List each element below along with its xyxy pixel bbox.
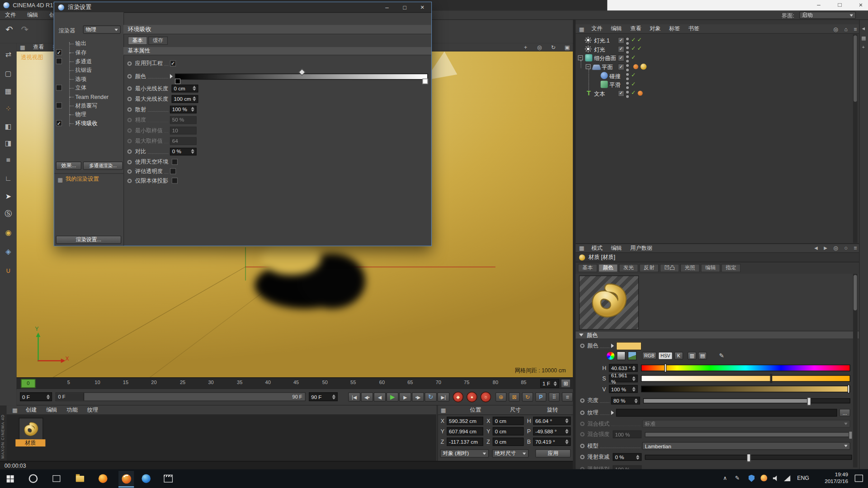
texture-tag-icon[interactable] xyxy=(641,64,646,70)
workplane-icon[interactable]: ∟ xyxy=(2,172,15,185)
anim-dot-icon[interactable] xyxy=(127,160,132,164)
key-pla-toggle[interactable]: ⠿ xyxy=(548,392,559,402)
tray-defender-icon[interactable] xyxy=(749,475,755,482)
om-search-icon[interactable]: ◎ xyxy=(833,26,838,32)
nav-item-ambient-occlusion[interactable]: ✓环境吸收 xyxy=(54,119,123,128)
points-mode-icon[interactable]: ⁘ xyxy=(2,102,15,115)
phong-tag-icon[interactable] xyxy=(638,91,643,96)
saturation-slider-marker[interactable] xyxy=(771,375,772,382)
self-shadow-checkbox[interactable] xyxy=(172,178,178,183)
enabled-check-icon[interactable]: ✓ xyxy=(631,54,636,60)
nav-checkbox[interactable] xyxy=(56,84,62,90)
panel-tab-cache[interactable]: 缓存 xyxy=(148,37,168,45)
hue-slider[interactable] xyxy=(641,365,850,371)
clock[interactable]: 19:49 2017/2/16 xyxy=(814,471,848,484)
stepper-icon[interactable] xyxy=(45,394,50,399)
enabled-check-icon[interactable]: ✓ xyxy=(631,89,636,95)
movies-app-button[interactable] xyxy=(162,472,175,485)
am-menu-edit[interactable]: 编辑 xyxy=(610,244,623,252)
anim-dot-icon[interactable] xyxy=(127,97,132,101)
undo-icon[interactable]: ↶ xyxy=(5,24,13,35)
task-view-button[interactable] xyxy=(50,472,63,485)
coord-mode-dropdown[interactable]: 对象 (相对) xyxy=(440,449,489,457)
nav-item-stereo[interactable]: 立体 xyxy=(54,84,123,93)
dialog-maximize-icon[interactable]: □ xyxy=(396,4,414,10)
mixer-mode-icon[interactable]: ▥ xyxy=(688,352,697,360)
am-forward-icon[interactable]: ▶ xyxy=(824,246,827,251)
material-thumbnail[interactable] xyxy=(19,418,43,442)
dispersion-field[interactable]: 100 % xyxy=(170,105,197,113)
loop-mode-button[interactable]: ↻ xyxy=(425,392,437,402)
anim-dot-icon[interactable] xyxy=(580,444,585,448)
material-menu-texture[interactable]: 纹理 xyxy=(86,406,99,414)
object-row[interactable]: − 平面 ✓ xyxy=(576,62,852,71)
notification-center-icon[interactable] xyxy=(855,475,863,482)
ao-gradient-bar[interactable] xyxy=(175,73,428,79)
enabled-check-icon[interactable]: ✓ xyxy=(637,45,642,51)
frame-increment-field[interactable]: 1 F xyxy=(540,379,559,388)
tray-firefox-icon[interactable] xyxy=(760,475,767,482)
om-menu-objects[interactable]: 对象 xyxy=(648,25,661,33)
pos-x-field[interactable]: 590.352 cm xyxy=(447,417,483,425)
om-menu-edit[interactable]: 编辑 xyxy=(610,25,623,33)
stepper-icon[interactable] xyxy=(190,107,194,112)
collapse-toggle-icon[interactable]: − xyxy=(586,64,591,69)
nav-item-save[interactable]: ✓保存 xyxy=(54,48,123,57)
transparency-checkbox[interactable] xyxy=(170,168,176,174)
stepper-icon[interactable] xyxy=(190,149,194,154)
am-menu-icon[interactable]: ≡ xyxy=(854,245,857,251)
anim-dot-icon[interactable] xyxy=(580,343,585,348)
browser-button[interactable] xyxy=(140,472,153,485)
v-value-field[interactable]: 100 % xyxy=(609,385,638,393)
solid-mode-icon[interactable]: ■ xyxy=(2,153,15,166)
firefox-button[interactable] xyxy=(96,472,109,485)
coord-size-dropdown[interactable]: 绝对尺寸 xyxy=(492,449,529,457)
nav-item-output[interactable]: 输出 xyxy=(54,39,123,48)
nav-item-override[interactable]: 材质覆写 xyxy=(54,101,123,110)
anim-dot-icon[interactable] xyxy=(127,74,132,79)
anim-dot-icon[interactable] xyxy=(127,107,132,112)
slider-knob[interactable] xyxy=(747,453,751,461)
nav-checkbox[interactable]: ✓ xyxy=(56,49,62,55)
nav-checkbox[interactable] xyxy=(56,103,62,108)
material-menu-edit[interactable]: 编辑 xyxy=(45,406,58,414)
expander-icon[interactable] xyxy=(170,74,173,79)
goto-start-button[interactable]: |◀ xyxy=(348,392,360,402)
texture-browse-button[interactable]: ... xyxy=(839,409,850,417)
model-dropdown[interactable]: Lambertian xyxy=(642,442,850,450)
magnet-icon[interactable]: ∪ xyxy=(2,263,15,277)
object-row[interactable]: 平滑 ✓ xyxy=(576,80,852,89)
enabled-check-icon[interactable]: ✓ xyxy=(631,81,636,87)
collapse-toggle-icon[interactable]: − xyxy=(578,55,583,60)
max-ray-field[interactable]: 100 cm xyxy=(172,95,198,103)
nav-item-antialiasing[interactable]: 抗锯齿 xyxy=(54,66,123,75)
viewport-solo-icon[interactable]: ➤ xyxy=(2,189,15,202)
hsv-mode-button[interactable]: HSV xyxy=(658,352,673,360)
om-menu-tags[interactable]: 标签 xyxy=(668,25,681,33)
record-keyframe-button[interactable]: ◆ xyxy=(453,392,463,402)
anim-dot-icon[interactable] xyxy=(580,399,585,403)
am-lock-icon[interactable]: ○ xyxy=(844,245,847,251)
range-end-field[interactable]: 90 F xyxy=(309,392,338,401)
phong-tag-icon[interactable] xyxy=(633,64,638,69)
anim-dot-icon[interactable] xyxy=(127,169,132,174)
key-parameter-toggle[interactable]: P xyxy=(535,392,546,402)
coord-apply-button[interactable]: 应用 xyxy=(535,449,571,457)
nav-item-multipass[interactable]: 多通道 xyxy=(54,57,123,66)
swatches-mode-icon[interactable]: ▤ xyxy=(698,352,707,360)
dialog-minimize-icon[interactable]: – xyxy=(378,4,396,11)
viewport-zoom-icon[interactable]: ◎ xyxy=(536,43,543,51)
color-wheel-icon[interactable] xyxy=(607,352,614,360)
expander-icon[interactable] xyxy=(611,411,614,415)
min-ray-field[interactable]: 0 cm xyxy=(172,84,198,92)
stepper-icon[interactable] xyxy=(631,376,636,381)
layer-check-icon[interactable]: ✓ xyxy=(618,64,625,70)
nav-item-physical[interactable]: 物理 xyxy=(54,110,123,119)
anim-dot-icon[interactable] xyxy=(580,455,585,460)
material-preview[interactable] xyxy=(579,276,639,330)
viewport-menu-view[interactable]: 查看 xyxy=(32,43,45,51)
dialog-close-icon[interactable]: × xyxy=(414,3,431,11)
tab-editor[interactable]: 编辑 xyxy=(701,264,720,272)
image-picker-icon[interactable] xyxy=(628,352,637,361)
om-menu-bookmarks[interactable]: 书签 xyxy=(687,25,700,33)
